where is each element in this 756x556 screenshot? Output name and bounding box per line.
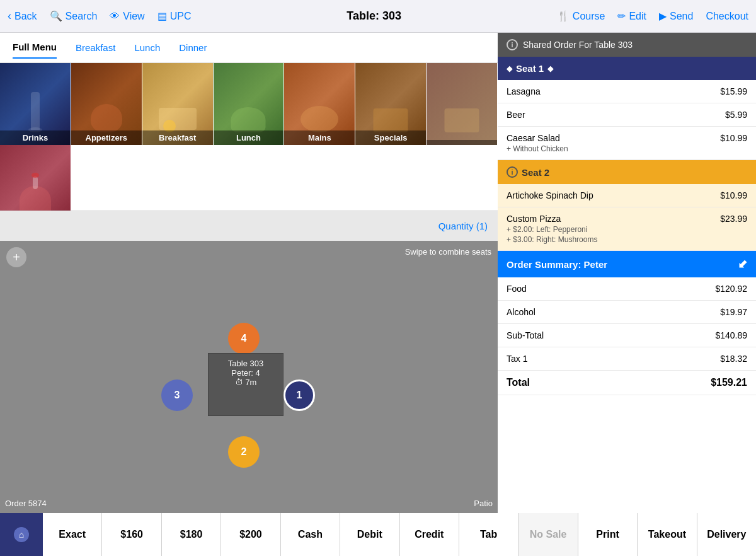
menu-tabs: Full Menu Breakfast Lunch Dinner (0, 33, 498, 63)
search-button[interactable]: 🔍 Search (50, 10, 98, 22)
seat-4[interactable]: 4 (228, 323, 260, 354)
order-item-artichoke[interactable]: Artichoke Spinach Dip $10.99 (498, 184, 756, 207)
seat-2[interactable]: 2 (228, 436, 260, 468)
tab-lunch[interactable]: Lunch (134, 37, 160, 58)
svg-text:⌂: ⌂ (19, 530, 24, 540)
table-number: Table 303 (216, 359, 275, 368)
summary-alcohol: Alcohol $19.97 (498, 301, 756, 324)
top-nav: ‹ Back 🔍 Search 👁 View ▤ UPC Table: 303 … (0, 0, 756, 33)
category-grid: Drinks Appetizers Breakfast Lunch M (0, 63, 498, 145)
send-icon: ▶ (659, 10, 667, 22)
order-item-beer[interactable]: Beer $5.99 (498, 103, 756, 127)
category-mains[interactable]: Mains (284, 63, 355, 145)
upc-button[interactable]: ▤ UPC (158, 10, 192, 22)
seat-2-header: i Seat 2 (498, 160, 756, 184)
debit-button[interactable]: Debit (340, 513, 399, 556)
swipe-label: Swipe to combine seats (405, 247, 491, 257)
order-item-caesar-salad[interactable]: Caesar Salad + Without Chicken $10.99 (498, 127, 756, 160)
category-drinks-label: Drinks (0, 130, 71, 145)
order-label: Order 5874 (5, 499, 47, 508)
back-button[interactable]: ‹ Back (8, 9, 37, 23)
category-row1-extra[interactable] (427, 63, 498, 145)
category-mains-label: Mains (284, 130, 355, 145)
right-panel: i Shared Order For Table 303 ◆ Seat 1 ◆ … (498, 33, 756, 513)
upc-icon: ▤ (158, 10, 167, 22)
category-specials-label: Specials (355, 130, 426, 145)
category-breakfast[interactable]: Breakfast (142, 63, 214, 145)
checkout-button[interactable]: Checkout (706, 11, 748, 22)
summary-food: Food $120.92 (498, 277, 756, 301)
summary-total: Total $159.21 (498, 371, 756, 395)
add-table-button[interactable]: + (6, 247, 26, 267)
category-specials[interactable]: Specials (355, 63, 427, 145)
view-button[interactable]: 👁 View (110, 11, 144, 22)
send-button[interactable]: ▶ Send (659, 10, 693, 22)
eye-icon: 👁 (110, 11, 120, 22)
category-breakfast-label: Breakfast (142, 130, 213, 145)
takeout-button[interactable]: Takeout (638, 513, 697, 556)
category-appetizers[interactable]: Appetizers (71, 63, 142, 145)
table-title: Table: 303 (346, 9, 401, 23)
course-icon: 🍴 (557, 10, 570, 22)
category-drinks[interactable]: Drinks (0, 63, 71, 145)
table-time: ⏱ 7m (216, 378, 275, 387)
table-guest: Peter: 4 (216, 368, 275, 378)
floorplan: + Swipe to combine seats Order 5874 Pati… (0, 241, 498, 513)
delivery-button[interactable]: Delivery (697, 513, 756, 556)
edit-icon: ✏ (617, 10, 626, 22)
collapse-icon: ⬋ (738, 257, 747, 271)
180-button[interactable]: $180 (162, 513, 221, 556)
tab-dinner[interactable]: Dinner (179, 37, 207, 58)
category-extra-label (427, 140, 497, 145)
160-button[interactable]: $160 (102, 513, 161, 556)
order-item-custom-pizza[interactable]: Custom Pizza + $2.00: Left: Pepperoni + … (498, 207, 756, 251)
quantity-label: Quantity (1) (438, 221, 488, 231)
seat-3[interactable]: 3 (161, 379, 193, 411)
search-icon: 🔍 (50, 10, 62, 22)
tab-breakfast[interactable]: Breakfast (76, 37, 115, 58)
exact-button[interactable]: Exact (43, 513, 102, 556)
edit-button[interactable]: ✏ Edit (617, 10, 646, 22)
no-sale-button[interactable]: No Sale (518, 513, 578, 556)
seat2-info-icon: i (507, 166, 518, 178)
seat-1-header: ◆ Seat 1 ◆ (498, 57, 756, 80)
seat-1[interactable]: 1 (284, 379, 315, 411)
order-item-lasagna[interactable]: Lasagna $15.99 (498, 80, 756, 103)
course-button[interactable]: 🍴 Course (557, 10, 605, 22)
right-scroll-area[interactable]: ◆ Seat 1 ◆ Lasagna $15.99 Beer $5.99 Cae… (498, 57, 756, 513)
info-icon: i (507, 39, 518, 50)
category-appetizers-label: Appetizers (71, 130, 142, 145)
category-lunch-label: Lunch (214, 130, 284, 145)
home-icon-button[interactable]: ⌂ (0, 513, 43, 556)
diamond-left-icon: ◆ (507, 64, 512, 73)
table-box-303[interactable]: Table 303 Peter: 4 ⏱ 7m (208, 353, 284, 416)
200-button[interactable]: $200 (221, 513, 280, 556)
bottom-bar: ⌂ Exact $160 $180 $200 Cash Debit Credit… (0, 513, 756, 556)
order-summary-header[interactable]: Order Summary: Peter ⬋ (498, 251, 756, 277)
quantity-bar: Quantity (1) (0, 211, 498, 241)
diamond-right-icon: ◆ (547, 64, 553, 73)
tab-button[interactable]: Tab (459, 513, 518, 556)
tab-full-menu[interactable]: Full Menu (13, 37, 57, 59)
left-panel: Full Menu Breakfast Lunch Dinner Drinks … (0, 33, 498, 513)
top-nav-left: ‹ Back 🔍 Search 👁 View ▤ UPC (8, 9, 191, 23)
patio-label: Patio (474, 499, 493, 508)
summary-subtotal: Sub-Total $140.89 (498, 324, 756, 347)
home-icon: ⌂ (13, 526, 30, 543)
top-nav-right: 🍴 Course ✏ Edit ▶ Send Checkout (557, 10, 748, 22)
cash-button[interactable]: Cash (281, 513, 340, 556)
shared-order-header: i Shared Order For Table 303 (498, 33, 756, 57)
credit-button[interactable]: Credit (400, 513, 459, 556)
print-button[interactable]: Print (578, 513, 638, 556)
category-lunch[interactable]: Lunch (214, 63, 285, 145)
summary-tax: Tax 1 $18.32 (498, 347, 756, 371)
